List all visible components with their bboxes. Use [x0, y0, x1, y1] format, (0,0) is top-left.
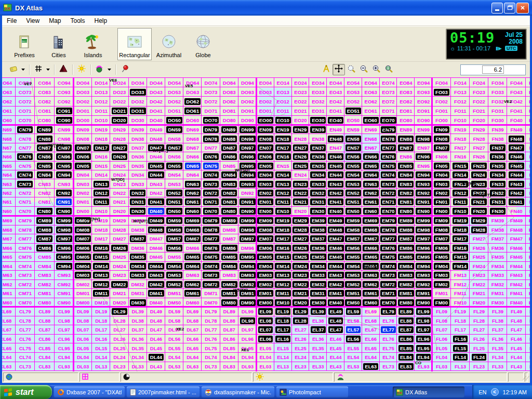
grid-cell-FN16[interactable]: FN16	[451, 152, 470, 161]
grid-cell-EL75[interactable]: EL75	[380, 343, 397, 353]
grid-cell-DL35[interactable]: DL35	[129, 343, 147, 353]
grid-cell-EM75[interactable]: EM75	[380, 252, 397, 262]
grid-cell-DN03[interactable]: DN03	[74, 179, 92, 188]
grid-cell-DN88[interactable]: DN88	[220, 134, 238, 143]
grid-cell-FO41[interactable]: FO41	[507, 107, 526, 116]
grid-cell-EN93[interactable]: EN93	[415, 179, 432, 188]
grid-cell-EM82[interactable]: EM82	[397, 280, 415, 289]
grid-cell-CL69[interactable]: CL69	[2, 307, 16, 316]
grid-cell-DO71[interactable]: DO71	[202, 107, 220, 116]
grid-cell-DM62[interactable]: DM62	[183, 280, 202, 289]
grid-cell-EL33[interactable]: EL33	[309, 362, 327, 371]
grid-cell-DL53[interactable]: DL53	[165, 362, 183, 371]
grid-cell-EN46[interactable]: EN46	[327, 152, 344, 161]
grid-cell-CL93[interactable]: CL93	[55, 362, 74, 371]
grid-cell-CN90[interactable]: CN90	[55, 207, 74, 216]
grid-cell-DM58[interactable]: DM58	[165, 225, 183, 235]
grid-cell-DL33[interactable]: DL33	[129, 362, 147, 371]
grid-cell-FM56[interactable]: FM56	[526, 244, 530, 253]
grid-cell-DM93[interactable]: DM93	[238, 271, 257, 280]
grid-cell-FO03[interactable]: FO03	[432, 87, 451, 97]
grid-cell-DM72[interactable]: DM72	[202, 280, 220, 289]
grid-cell-EN28[interactable]: EN28	[292, 134, 310, 143]
grid-cell-CN75[interactable]: CN75	[16, 162, 35, 170]
grid-cell-EM79[interactable]: EM79	[380, 216, 397, 225]
grid-cell-DM38[interactable]: DM38	[129, 225, 147, 235]
grid-cell-DL27[interactable]: DL27	[110, 325, 128, 335]
grid-cell-EM83[interactable]: EM83	[397, 271, 415, 280]
grid-cell-DL43[interactable]: DL43	[147, 362, 165, 371]
grid-cell-CL95[interactable]: CL95	[55, 343, 74, 353]
grid-cell-EM58[interactable]: EM58	[344, 225, 362, 235]
grid-cell-DN74[interactable]: DN74	[202, 170, 220, 179]
grid-cell-FN53[interactable]: FN53	[526, 179, 530, 188]
grid-cell-FN17[interactable]: FN17	[451, 143, 470, 152]
grid-cell-EN82[interactable]: EN82	[397, 189, 415, 197]
grid-cell-EO52[interactable]: EO52	[344, 97, 362, 106]
grid-cell-EM41[interactable]: EM41	[327, 289, 344, 298]
grid-cell-FO21[interactable]: FO21	[470, 107, 488, 116]
grid-cell-DM73[interactable]: DM73	[202, 271, 220, 280]
grid-cell-EN27[interactable]: EN27	[292, 143, 310, 152]
grid-cell-EN94[interactable]: EN94	[415, 170, 432, 179]
grid-cell-FM01[interactable]: FM01	[432, 289, 451, 298]
grid-cell-CL66[interactable]: CL66	[2, 335, 16, 344]
grid-cell-FL05[interactable]: FL05	[432, 343, 451, 353]
grid-cell-DM59[interactable]: DM59	[165, 216, 183, 225]
grid-cell-EM37[interactable]: EM37	[309, 234, 327, 244]
grid-cell-DN32[interactable]: DN32	[129, 189, 147, 197]
grid-cell-CM99[interactable]: CM99	[55, 216, 74, 225]
grid-cell-EN32[interactable]: EN32	[309, 189, 327, 197]
grid-cell-DN66[interactable]: DN66	[183, 152, 202, 161]
grid-cell-DL97[interactable]: DL97	[238, 325, 257, 335]
grid-cell-FO51[interactable]: FO51	[526, 107, 530, 116]
grid-cell-CM68[interactable]: CM68	[2, 225, 16, 235]
grid-cell-FN20[interactable]: FN20	[470, 207, 488, 216]
grid-cell-FN28[interactable]: FN28	[470, 134, 488, 143]
grid-cell-EN56[interactable]: EN56	[344, 152, 362, 161]
grid-cell-DM21[interactable]: DM21	[110, 289, 128, 298]
grid-cell-DM25[interactable]: DM25	[110, 252, 128, 262]
grid-cell-FM34[interactable]: FM34	[488, 262, 507, 271]
grid-cell-DN59[interactable]: DN59	[165, 125, 183, 134]
grid-cell-DN97[interactable]: DN97	[238, 143, 257, 152]
grid-cell-EN81[interactable]: EN81	[397, 197, 415, 206]
grid-cell-DN71[interactable]: DN71	[202, 197, 220, 206]
grid-cell-DM45[interactable]: DM45	[147, 252, 165, 262]
grid-cell-CO92[interactable]: CO92	[55, 97, 74, 106]
grid-cell-EL87[interactable]: EL87	[397, 325, 415, 335]
grid-cell-EM42[interactable]: EM42	[327, 280, 344, 289]
grid-cell-DM78[interactable]: DM78	[202, 225, 220, 235]
grid-cell-EN60[interactable]: EN60	[362, 207, 380, 216]
grid-cell-FM25[interactable]: FM25	[470, 252, 488, 262]
grid-cell-DN08[interactable]: DN08	[74, 134, 92, 143]
grid-cell-EN21[interactable]: EN21	[292, 197, 310, 206]
grid-cell-DM55[interactable]: DM55	[165, 252, 183, 262]
grid-cell-EM51[interactable]: EM51	[344, 289, 362, 298]
zoom-in-button[interactable]	[370, 64, 382, 75]
grid-cell-EL86[interactable]: EL86	[397, 335, 415, 344]
grid-cell-DM22[interactable]: DM22	[110, 280, 128, 289]
grid-cell-DM24[interactable]: DM24	[110, 262, 128, 271]
grid-cell-EO21[interactable]: EO21	[292, 107, 310, 116]
grid-cell-FO53[interactable]: FO53	[526, 87, 530, 97]
grid-cell-EL18[interactable]: EL18	[274, 316, 292, 326]
grid-cell-DO81[interactable]: DO81	[220, 107, 238, 116]
grid-cell-CN60[interactable]: CN60	[2, 207, 16, 216]
grid-cell-FN27[interactable]: FN27	[470, 143, 488, 152]
grid-cell-DN13[interactable]: DN13	[92, 179, 110, 188]
grid-cell-DO01[interactable]: DO01	[74, 107, 92, 116]
grid-cell-FN14[interactable]: FN14	[451, 170, 470, 179]
grid-cell-DM06[interactable]: DM06	[74, 244, 92, 253]
grid-cell-EL67[interactable]: EL67	[362, 325, 380, 335]
grid-cell-CM72[interactable]: CM72	[16, 280, 35, 289]
grid-cell-CM75[interactable]: CM75	[16, 252, 35, 262]
grid-cell-DM64[interactable]: DM64	[183, 262, 202, 271]
grid-cell-EM01[interactable]: EM01	[257, 289, 274, 298]
grid-cell-DM61[interactable]: DM61	[183, 289, 202, 298]
grid-cell-EM77[interactable]: EM77	[380, 234, 397, 244]
grid-cell-CM91[interactable]: CM91	[55, 289, 74, 298]
grid-cell-FM11[interactable]: FM11	[451, 289, 470, 298]
grid-cell-FN26[interactable]: FN26	[470, 152, 488, 161]
grid-cell-EM95[interactable]: EM95	[415, 252, 432, 262]
